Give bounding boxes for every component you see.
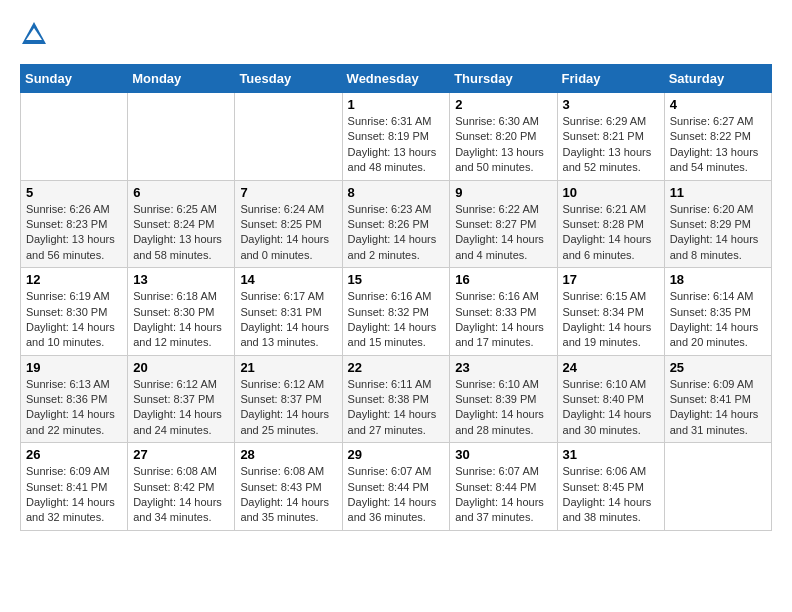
calendar-header: SundayMondayTuesdayWednesdayThursdayFrid… bbox=[21, 65, 772, 93]
sunset-text: Sunset: 8:26 PM bbox=[348, 218, 429, 230]
daylight-text: Daylight: 14 hours and 35 minutes. bbox=[240, 496, 329, 523]
day-info: Sunrise: 6:08 AMSunset: 8:42 PMDaylight:… bbox=[133, 464, 229, 526]
sunset-text: Sunset: 8:37 PM bbox=[240, 393, 321, 405]
calendar-week-5: 26Sunrise: 6:09 AMSunset: 8:41 PMDayligh… bbox=[21, 443, 772, 531]
daylight-text: Daylight: 13 hours and 50 minutes. bbox=[455, 146, 544, 173]
sunset-text: Sunset: 8:21 PM bbox=[563, 130, 644, 142]
day-number: 4 bbox=[670, 97, 766, 112]
sunset-text: Sunset: 8:19 PM bbox=[348, 130, 429, 142]
day-number: 16 bbox=[455, 272, 551, 287]
day-info: Sunrise: 6:21 AMSunset: 8:28 PMDaylight:… bbox=[563, 202, 659, 264]
sunrise-text: Sunrise: 6:13 AM bbox=[26, 378, 110, 390]
day-info: Sunrise: 6:10 AMSunset: 8:39 PMDaylight:… bbox=[455, 377, 551, 439]
sunrise-text: Sunrise: 6:10 AM bbox=[563, 378, 647, 390]
daylight-text: Daylight: 14 hours and 38 minutes. bbox=[563, 496, 652, 523]
day-info: Sunrise: 6:29 AMSunset: 8:21 PMDaylight:… bbox=[563, 114, 659, 176]
sunset-text: Sunset: 8:34 PM bbox=[563, 306, 644, 318]
daylight-text: Daylight: 14 hours and 0 minutes. bbox=[240, 233, 329, 260]
sunrise-text: Sunrise: 6:14 AM bbox=[670, 290, 754, 302]
calendar-week-1: 1Sunrise: 6:31 AMSunset: 8:19 PMDaylight… bbox=[21, 93, 772, 181]
daylight-text: Daylight: 13 hours and 56 minutes. bbox=[26, 233, 115, 260]
daylight-text: Daylight: 14 hours and 27 minutes. bbox=[348, 408, 437, 435]
day-number: 28 bbox=[240, 447, 336, 462]
calendar-cell: 1Sunrise: 6:31 AMSunset: 8:19 PMDaylight… bbox=[342, 93, 450, 181]
sunset-text: Sunset: 8:44 PM bbox=[348, 481, 429, 493]
sunset-text: Sunset: 8:32 PM bbox=[348, 306, 429, 318]
sunrise-text: Sunrise: 6:19 AM bbox=[26, 290, 110, 302]
calendar-cell bbox=[664, 443, 771, 531]
day-number: 10 bbox=[563, 185, 659, 200]
day-number: 26 bbox=[26, 447, 122, 462]
daylight-text: Daylight: 14 hours and 10 minutes. bbox=[26, 321, 115, 348]
day-info: Sunrise: 6:09 AMSunset: 8:41 PMDaylight:… bbox=[26, 464, 122, 526]
calendar-cell: 6Sunrise: 6:25 AMSunset: 8:24 PMDaylight… bbox=[128, 180, 235, 268]
sunrise-text: Sunrise: 6:18 AM bbox=[133, 290, 217, 302]
daylight-text: Daylight: 14 hours and 20 minutes. bbox=[670, 321, 759, 348]
sunset-text: Sunset: 8:36 PM bbox=[26, 393, 107, 405]
sunset-text: Sunset: 8:35 PM bbox=[670, 306, 751, 318]
day-number: 23 bbox=[455, 360, 551, 375]
day-info: Sunrise: 6:19 AMSunset: 8:30 PMDaylight:… bbox=[26, 289, 122, 351]
calendar-cell: 18Sunrise: 6:14 AMSunset: 8:35 PMDayligh… bbox=[664, 268, 771, 356]
daylight-text: Daylight: 14 hours and 28 minutes. bbox=[455, 408, 544, 435]
weekday-header-row: SundayMondayTuesdayWednesdayThursdayFrid… bbox=[21, 65, 772, 93]
sunset-text: Sunset: 8:33 PM bbox=[455, 306, 536, 318]
sunrise-text: Sunrise: 6:08 AM bbox=[133, 465, 217, 477]
calendar-cell: 30Sunrise: 6:07 AMSunset: 8:44 PMDayligh… bbox=[450, 443, 557, 531]
day-info: Sunrise: 6:07 AMSunset: 8:44 PMDaylight:… bbox=[348, 464, 445, 526]
sunrise-text: Sunrise: 6:11 AM bbox=[348, 378, 432, 390]
calendar-cell: 7Sunrise: 6:24 AMSunset: 8:25 PMDaylight… bbox=[235, 180, 342, 268]
sunset-text: Sunset: 8:30 PM bbox=[26, 306, 107, 318]
daylight-text: Daylight: 13 hours and 58 minutes. bbox=[133, 233, 222, 260]
day-info: Sunrise: 6:11 AMSunset: 8:38 PMDaylight:… bbox=[348, 377, 445, 439]
day-number: 25 bbox=[670, 360, 766, 375]
weekday-header-monday: Monday bbox=[128, 65, 235, 93]
calendar-table: SundayMondayTuesdayWednesdayThursdayFrid… bbox=[20, 64, 772, 531]
daylight-text: Daylight: 13 hours and 48 minutes. bbox=[348, 146, 437, 173]
day-number: 1 bbox=[348, 97, 445, 112]
weekday-header-thursday: Thursday bbox=[450, 65, 557, 93]
daylight-text: Daylight: 13 hours and 54 minutes. bbox=[670, 146, 759, 173]
day-number: 19 bbox=[26, 360, 122, 375]
calendar-cell: 5Sunrise: 6:26 AMSunset: 8:23 PMDaylight… bbox=[21, 180, 128, 268]
calendar-cell: 26Sunrise: 6:09 AMSunset: 8:41 PMDayligh… bbox=[21, 443, 128, 531]
sunrise-text: Sunrise: 6:17 AM bbox=[240, 290, 324, 302]
calendar-cell: 16Sunrise: 6:16 AMSunset: 8:33 PMDayligh… bbox=[450, 268, 557, 356]
calendar-cell: 28Sunrise: 6:08 AMSunset: 8:43 PMDayligh… bbox=[235, 443, 342, 531]
calendar-body: 1Sunrise: 6:31 AMSunset: 8:19 PMDaylight… bbox=[21, 93, 772, 531]
sunrise-text: Sunrise: 6:31 AM bbox=[348, 115, 432, 127]
calendar-cell: 15Sunrise: 6:16 AMSunset: 8:32 PMDayligh… bbox=[342, 268, 450, 356]
day-info: Sunrise: 6:24 AMSunset: 8:25 PMDaylight:… bbox=[240, 202, 336, 264]
daylight-text: Daylight: 14 hours and 34 minutes. bbox=[133, 496, 222, 523]
weekday-header-wednesday: Wednesday bbox=[342, 65, 450, 93]
sunrise-text: Sunrise: 6:27 AM bbox=[670, 115, 754, 127]
daylight-text: Daylight: 14 hours and 31 minutes. bbox=[670, 408, 759, 435]
sunrise-text: Sunrise: 6:08 AM bbox=[240, 465, 324, 477]
day-info: Sunrise: 6:07 AMSunset: 8:44 PMDaylight:… bbox=[455, 464, 551, 526]
sunrise-text: Sunrise: 6:16 AM bbox=[348, 290, 432, 302]
calendar-cell: 23Sunrise: 6:10 AMSunset: 8:39 PMDayligh… bbox=[450, 355, 557, 443]
day-number: 6 bbox=[133, 185, 229, 200]
sunrise-text: Sunrise: 6:07 AM bbox=[455, 465, 539, 477]
calendar-cell: 4Sunrise: 6:27 AMSunset: 8:22 PMDaylight… bbox=[664, 93, 771, 181]
day-info: Sunrise: 6:18 AMSunset: 8:30 PMDaylight:… bbox=[133, 289, 229, 351]
sunset-text: Sunset: 8:40 PM bbox=[563, 393, 644, 405]
day-info: Sunrise: 6:15 AMSunset: 8:34 PMDaylight:… bbox=[563, 289, 659, 351]
page-header bbox=[20, 20, 772, 48]
day-number: 18 bbox=[670, 272, 766, 287]
calendar-cell: 8Sunrise: 6:23 AMSunset: 8:26 PMDaylight… bbox=[342, 180, 450, 268]
sunrise-text: Sunrise: 6:23 AM bbox=[348, 203, 432, 215]
weekday-header-friday: Friday bbox=[557, 65, 664, 93]
sunset-text: Sunset: 8:39 PM bbox=[455, 393, 536, 405]
calendar-cell bbox=[235, 93, 342, 181]
day-info: Sunrise: 6:16 AMSunset: 8:32 PMDaylight:… bbox=[348, 289, 445, 351]
calendar-cell: 13Sunrise: 6:18 AMSunset: 8:30 PMDayligh… bbox=[128, 268, 235, 356]
daylight-text: Daylight: 14 hours and 4 minutes. bbox=[455, 233, 544, 260]
daylight-text: Daylight: 14 hours and 6 minutes. bbox=[563, 233, 652, 260]
sunrise-text: Sunrise: 6:29 AM bbox=[563, 115, 647, 127]
day-number: 20 bbox=[133, 360, 229, 375]
day-info: Sunrise: 6:22 AMSunset: 8:27 PMDaylight:… bbox=[455, 202, 551, 264]
day-info: Sunrise: 6:31 AMSunset: 8:19 PMDaylight:… bbox=[348, 114, 445, 176]
calendar-cell: 27Sunrise: 6:08 AMSunset: 8:42 PMDayligh… bbox=[128, 443, 235, 531]
daylight-text: Daylight: 14 hours and 22 minutes. bbox=[26, 408, 115, 435]
